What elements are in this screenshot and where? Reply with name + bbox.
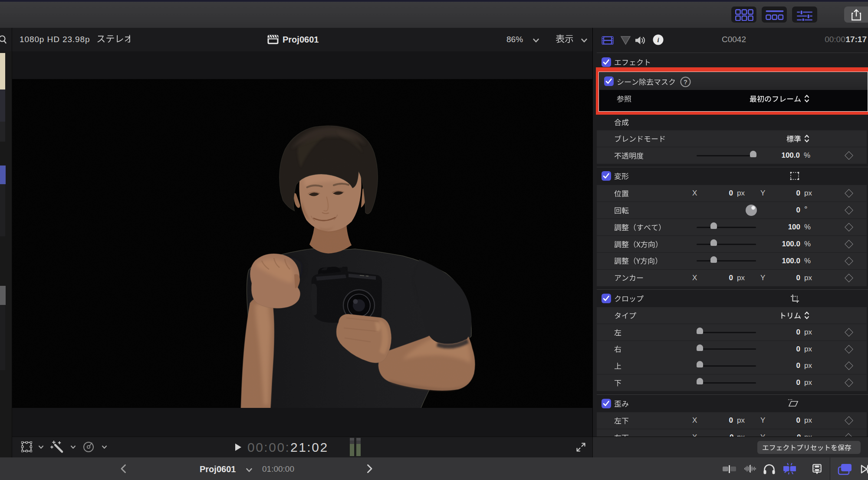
- svg-text:?: ?: [684, 79, 687, 86]
